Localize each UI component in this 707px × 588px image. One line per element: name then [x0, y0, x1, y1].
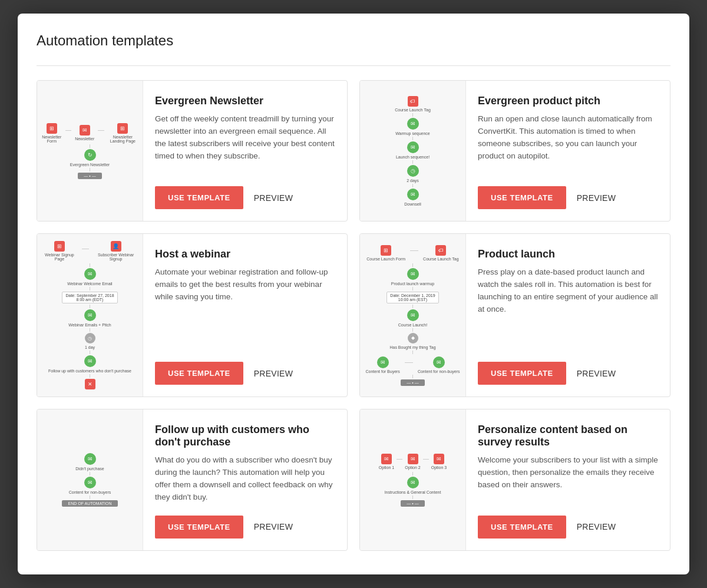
template-card-host-a-webinar: ⊞ Webinar Signup Page 👤 Subscriber Webin…: [37, 233, 348, 397]
preview-button-evergreen-newsletter[interactable]: PREVIEW: [254, 193, 293, 203]
preview-button-personalize-survey[interactable]: PREVIEW: [577, 522, 616, 531]
template-card-product-launch: ⊞ Course Launch Form 🏷 Course Launch Tag…: [359, 233, 670, 397]
icon-warmup-green: ✉: [407, 118, 419, 130]
use-template-button-product-launch[interactable]: USE TEMPLATE: [478, 362, 566, 385]
icon-launch-seq-green: ✉: [407, 141, 419, 153]
icon-followup-green: ✉: [84, 355, 96, 367]
icon-evergreen-green: ↻: [84, 149, 96, 161]
icon-buyers-green: ✉: [377, 356, 389, 368]
icon-tag-red: 🏷: [408, 96, 418, 107]
node-date: Date: September 27, 20188:00 am (EDT): [62, 292, 117, 303]
automation-templates-modal: Automation templates ⊞ Newsletter Form ✉…: [18, 14, 689, 574]
icon-subscriber-red: 👤: [111, 241, 121, 252]
end-bar3: END OF AUTOMATION: [62, 500, 117, 507]
template-preview-follow-up: ✉ Didn't purchase ✉ Content for non-buye…: [37, 409, 143, 550]
template-title: Product launch: [478, 248, 658, 260]
icon-didnt-purchase-green: ✉: [84, 453, 96, 465]
template-card-evergreen-newsletter: ⊞ Newsletter Form ✉ Newsletter ⊞ Newslet…: [37, 80, 348, 222]
template-actions: USE TEMPLATE PREVIEW: [478, 516, 658, 539]
template-preview-evergreen-newsletter: ⊞ Newsletter Form ✉ Newsletter ⊞ Newslet…: [37, 81, 143, 221]
template-desc: Automate your webinar registration and f…: [155, 266, 335, 350]
use-template-button-personalize-survey[interactable]: USE TEMPLATE: [478, 516, 566, 539]
icon-welcome-green: ✉: [84, 268, 96, 280]
template-card-follow-up: ✉ Didn't purchase ✉ Content for non-buye…: [37, 409, 348, 551]
icon-opt3-red: ✉: [434, 454, 444, 464]
template-actions: USE TEMPLATE PREVIEW: [155, 362, 335, 385]
icon-nonbuyers-green: ✉: [433, 356, 445, 368]
template-preview-evergreen-product-pitch: 🏷 Course Launch Tag ✉ Warmup sequence ✉ …: [360, 81, 466, 221]
template-desc: Run an open and close launch automatical…: [478, 113, 658, 174]
template-desc: What do you do with a subscriber who doe…: [155, 454, 335, 504]
icon-diamond-gray: ◆: [408, 333, 418, 343]
template-desc: Press play on a date-based product launc…: [478, 266, 658, 350]
icon-form-red: ⊞: [47, 123, 57, 134]
icon-emails-green: ✉: [84, 309, 96, 321]
use-template-button-evergreen-newsletter[interactable]: USE TEMPLATE: [155, 186, 243, 209]
preview-button-evergreen-product-pitch[interactable]: PREVIEW: [577, 193, 616, 203]
use-template-button-follow-up[interactable]: USE TEMPLATE: [155, 516, 243, 539]
icon-opt1-red: ✉: [381, 454, 392, 464]
modal-title: Automation templates: [37, 32, 670, 49]
icon-downsell-green: ✉: [407, 189, 419, 200]
template-card-evergreen-product-pitch: 🏷 Course Launch Tag ✉ Warmup sequence ✉ …: [359, 80, 670, 222]
icon-launch-tag2-red: 🏷: [435, 245, 446, 256]
template-title: Host a webinar: [155, 248, 335, 260]
templates-grid: ⊞ Newsletter Form ✉ Newsletter ⊞ Newslet…: [37, 80, 670, 551]
icon-instructions-green: ✉: [407, 477, 419, 488]
preview-button-host-a-webinar[interactable]: PREVIEW: [254, 369, 293, 378]
template-title: Personalize content based on survey resu…: [478, 424, 658, 448]
end-bar: — • —: [78, 173, 101, 179]
divider: [37, 65, 670, 66]
template-actions: USE TEMPLATE PREVIEW: [478, 186, 658, 209]
template-actions: USE TEMPLATE PREVIEW: [155, 186, 335, 209]
preview-button-follow-up[interactable]: PREVIEW: [254, 522, 293, 531]
icon-opt2-red: ✉: [408, 454, 418, 464]
template-content-personalize-survey: Personalize content based on survey resu…: [466, 409, 670, 550]
icon-course-launch-green: ✉: [407, 309, 419, 321]
template-card-personalize-survey: ✉ Option 1 ✉ Option 2 ✉ Option 3: [359, 409, 670, 551]
icon-end-red: ✕: [85, 379, 95, 389]
template-preview-product-launch: ⊞ Course Launch Form 🏷 Course Launch Tag…: [360, 234, 466, 397]
template-title: Evergreen product pitch: [478, 95, 658, 107]
template-content-follow-up: Follow up with customers who don't purch…: [143, 409, 347, 550]
end-bar4: — • —: [401, 500, 424, 507]
template-desc: Welcome your subscribers to your list wi…: [478, 454, 658, 504]
node-date2: Date: December 1, 201910:00 am (EST): [386, 292, 438, 303]
icon-signup-red: ⊞: [54, 241, 65, 252]
icon-landing-red: ⊞: [117, 123, 128, 134]
icon-email-red: ✉: [80, 125, 90, 136]
use-template-button-host-a-webinar[interactable]: USE TEMPLATE: [155, 362, 243, 385]
template-content-evergreen-product-pitch: Evergreen product pitch Run an open and …: [466, 81, 670, 221]
template-content-product-launch: Product launch Press play on a date-base…: [466, 234, 670, 397]
template-actions: USE TEMPLATE PREVIEW: [478, 362, 658, 385]
template-desc: Get off the weekly content treadmill by …: [155, 113, 335, 174]
template-title: Evergreen Newsletter: [155, 95, 335, 107]
template-actions: USE TEMPLATE PREVIEW: [155, 516, 335, 539]
icon-1day-gray: ◷: [85, 333, 95, 343]
end-bar2: — • —: [401, 379, 424, 386]
use-template-button-evergreen-product-pitch[interactable]: USE TEMPLATE: [478, 186, 566, 209]
icon-launch-form-red: ⊞: [381, 245, 391, 256]
template-preview-personalize-survey: ✉ Option 1 ✉ Option 2 ✉ Option 3: [360, 409, 466, 550]
template-content-evergreen-newsletter: Evergreen Newsletter Get off the weekly …: [143, 81, 347, 221]
preview-button-product-launch[interactable]: PREVIEW: [577, 369, 616, 378]
icon-warmup2-green: ✉: [407, 268, 419, 280]
icon-nonbuyers2-green: ✉: [84, 477, 96, 488]
template-content-host-a-webinar: Host a webinar Automate your webinar reg…: [143, 234, 347, 397]
icon-2days-green: ◷: [407, 165, 419, 177]
template-title: Follow up with customers who don't purch…: [155, 424, 335, 448]
template-preview-host-a-webinar: ⊞ Webinar Signup Page 👤 Subscriber Webin…: [37, 234, 143, 397]
